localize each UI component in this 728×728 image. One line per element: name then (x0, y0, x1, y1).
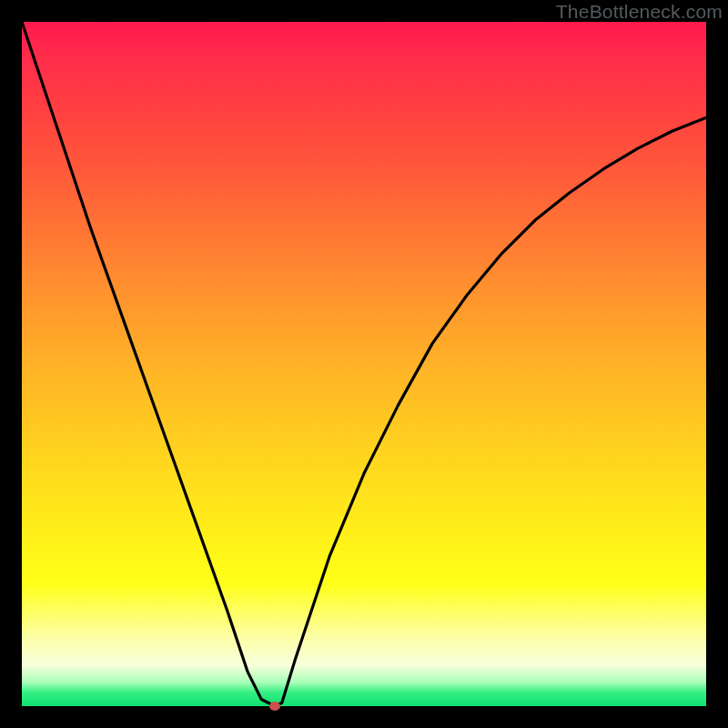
chart-stage: TheBottleneck.com (0, 0, 728, 728)
optimal-point-marker (269, 702, 280, 711)
curve-svg (22, 22, 706, 706)
watermark-text: TheBottleneck.com (556, 1, 723, 23)
plot-area (22, 22, 706, 706)
bottleneck-curve (22, 22, 706, 706)
